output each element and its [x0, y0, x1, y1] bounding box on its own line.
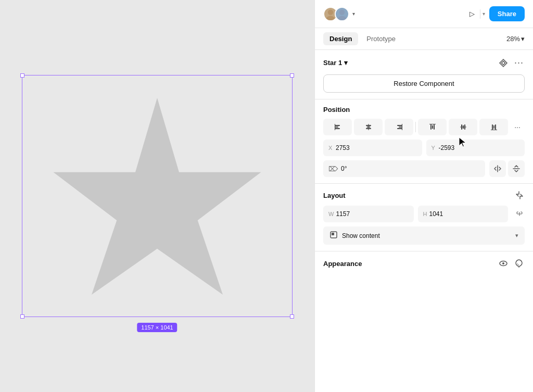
canvas: 1157 × 1041: [0, 0, 314, 392]
layer-chevron-icon: ▾: [344, 59, 348, 67]
svg-point-2: [326, 16, 335, 21]
svg-rect-14: [399, 127, 402, 128]
x-input-group[interactable]: X 2753: [323, 140, 422, 156]
play-icon: ▷: [469, 10, 475, 18]
align-more-button[interactable]: ···: [510, 119, 525, 135]
svg-point-1: [328, 9, 333, 15]
align-left-button[interactable]: [323, 119, 352, 135]
tab-design[interactable]: Design: [323, 32, 358, 45]
more-options-button[interactable]: ···: [513, 56, 525, 69]
show-content-dropdown[interactable]: Show content ▾: [323, 226, 525, 245]
svg-point-32: [502, 262, 504, 264]
height-input-group[interactable]: H 1041: [418, 206, 509, 222]
layout-header: Layout: [323, 190, 525, 200]
y-value: -2593: [439, 144, 520, 151]
svg-rect-20: [429, 124, 436, 124]
play-area: ▷ ▾: [465, 7, 485, 21]
right-panel: ▾ ▷ ▾ Share Design Prototype 28% ▾: [314, 0, 533, 392]
share-button[interactable]: Share: [489, 6, 525, 21]
handle-top-left[interactable]: [20, 73, 24, 78]
rotation-value: 0°: [341, 165, 480, 172]
height-value: 1041: [429, 210, 443, 218]
svg-rect-19: [434, 124, 435, 130]
svg-rect-17: [430, 124, 432, 130]
width-label: W: [328, 211, 334, 217]
header-actions: ▷ ▾ Share: [465, 6, 525, 21]
width-input-group[interactable]: W 1157: [323, 206, 414, 222]
layer-icons: ···: [498, 56, 525, 69]
zoom-value: 28%: [506, 35, 520, 43]
avatar-group[interactable]: ▾: [323, 7, 355, 21]
align-right-button[interactable]: [385, 119, 413, 135]
layer-header: Star 1 ▾ ···: [323, 56, 525, 69]
restore-component-button[interactable]: Restore Component: [323, 74, 525, 93]
svg-rect-30: [332, 233, 334, 235]
avatar-chevron-icon: ▾: [352, 11, 355, 17]
align-middle-button[interactable]: [449, 119, 477, 135]
svg-marker-0: [54, 98, 261, 295]
svg-point-4: [337, 16, 346, 21]
svg-rect-13: [397, 125, 402, 126]
play-chevron-icon: ▾: [483, 11, 485, 17]
align-center-h-button[interactable]: [354, 119, 383, 135]
eye-icon-button[interactable]: [498, 258, 509, 269]
svg-rect-25: [492, 124, 493, 130]
layer-name: Star 1: [323, 59, 342, 67]
svg-point-3: [339, 9, 345, 15]
svg-rect-26: [493, 125, 494, 129]
style-icon-button[interactable]: [513, 258, 525, 269]
position-header: Position: [323, 106, 525, 113]
svg-rect-12: [368, 124, 369, 130]
y-label: Y: [432, 145, 437, 151]
more-dots-icon: ···: [514, 57, 524, 68]
avatar-2: [335, 7, 349, 21]
dimension-label: 1157 × 1041: [137, 323, 177, 332]
flip-h-icon-button[interactable]: [489, 160, 506, 177]
rotation-input-group[interactable]: ⌦ 0°: [323, 160, 485, 177]
component-icon-button[interactable]: [498, 57, 509, 69]
show-content-left: Show content: [329, 231, 380, 241]
link-dimensions-button[interactable]: [514, 206, 525, 222]
zoom-control[interactable]: 28% ▾: [506, 35, 525, 43]
flip-v-icon-button[interactable]: [508, 160, 525, 177]
height-label: H: [423, 211, 427, 217]
tab-group: Design Prototype: [323, 32, 402, 45]
xy-row: X 2753 Y -2593: [323, 140, 525, 156]
divider: [480, 9, 480, 19]
x-label: X: [328, 145, 334, 151]
align-bottom-button[interactable]: [479, 119, 508, 135]
svg-rect-28: [491, 130, 497, 130]
svg-rect-15: [397, 128, 402, 129]
appearance-header: Appearance: [323, 258, 525, 269]
more-dots-icon: ···: [514, 123, 521, 131]
handle-top-right[interactable]: [290, 73, 294, 78]
align-buttons-row: ···: [323, 119, 525, 135]
tabs-bar: Design Prototype 28% ▾: [315, 28, 533, 50]
rotation-row: ⌦ 0°: [323, 160, 525, 177]
panel-header: ▾ ▷ ▾ Share: [315, 0, 533, 28]
handle-bottom-left[interactable]: [20, 314, 24, 319]
play-button[interactable]: ▷: [465, 7, 479, 21]
appearance-section: Appearance: [315, 251, 533, 275]
handle-bottom-right[interactable]: [290, 314, 294, 319]
svg-rect-6: [335, 127, 338, 128]
rotation-icon: ⌦: [328, 165, 338, 173]
selection-box[interactable]: 1157 × 1041: [22, 75, 293, 317]
svg-rect-8: [335, 124, 335, 130]
svg-rect-5: [335, 125, 340, 126]
align-top-button[interactable]: [418, 119, 447, 135]
svg-rect-18: [432, 125, 433, 129]
align-separator: [415, 122, 416, 132]
layout-title: Layout: [323, 192, 346, 199]
width-value: 1157: [336, 210, 350, 218]
layer-section: Star 1 ▾ ··· Restore Component: [315, 50, 533, 99]
layout-collapse-button[interactable]: [514, 190, 525, 200]
y-input-group[interactable]: Y -2593: [426, 140, 525, 156]
svg-rect-7: [335, 128, 340, 129]
svg-rect-27: [495, 124, 496, 130]
svg-rect-16: [402, 124, 402, 130]
zoom-chevron-icon: ▾: [521, 35, 525, 43]
show-content-chevron-icon: ▾: [515, 232, 518, 239]
tab-prototype[interactable]: Prototype: [360, 32, 402, 45]
x-value: 2753: [336, 144, 417, 151]
